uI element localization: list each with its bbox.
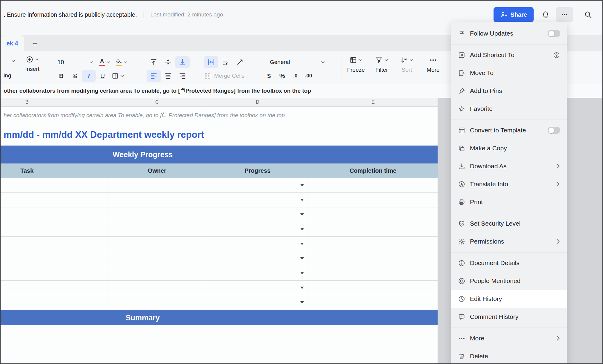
menu-item-edit-history[interactable]: Edit History [451, 290, 567, 308]
protection-note-cell[interactable]: her collaborators from modifying certain… [0, 107, 438, 124]
align-left-button[interactable] [147, 70, 161, 82]
dropdown-arrow-icon[interactable] [300, 287, 304, 289]
filter-button[interactable]: Filter [369, 56, 394, 73]
align-center-button[interactable] [161, 70, 175, 82]
align-top-button[interactable] [147, 56, 161, 68]
sheet-cell[interactable] [0, 178, 107, 192]
sheet-cell[interactable] [308, 237, 438, 251]
sheet-cell[interactable] [107, 178, 207, 192]
percent-format-button[interactable]: % [275, 70, 289, 82]
column-header-e[interactable]: E [308, 98, 438, 106]
sheet-cell[interactable] [207, 295, 308, 310]
sheet-cell[interactable] [0, 222, 107, 236]
italic-button[interactable]: I [82, 70, 96, 82]
menu-item-favorite[interactable]: Favorite [451, 100, 567, 118]
dropdown-arrow-icon[interactable] [300, 272, 304, 274]
menu-item-delete[interactable]: Delete [451, 347, 567, 364]
summary-banner[interactable]: Summary [0, 310, 438, 325]
sheet-cell[interactable] [207, 251, 308, 266]
menu-item-print[interactable]: Print [451, 193, 567, 211]
sheet-cell[interactable] [107, 281, 207, 295]
text-wrap-button[interactable] [218, 56, 233, 68]
strikethrough-button[interactable]: S [68, 70, 82, 82]
dropdown-arrow-icon[interactable] [300, 184, 304, 186]
sheet-cell[interactable] [107, 193, 207, 207]
align-middle-button[interactable] [161, 56, 175, 68]
sheet-cell[interactable] [308, 281, 438, 295]
toggle-switch[interactable] [548, 30, 560, 37]
dropdown-arrow-icon[interactable] [300, 301, 304, 304]
dropdown-arrow-icon[interactable] [300, 213, 304, 216]
menu-item-convert-to-template[interactable]: Convert to Template [451, 121, 567, 139]
sheet-cell[interactable] [0, 281, 107, 295]
sheet-cell[interactable] [207, 193, 308, 207]
menu-item-set-security-level[interactable]: Set Security Level [451, 215, 567, 233]
sheet-cell[interactable] [107, 266, 207, 280]
menu-item-add-shortcut-to[interactable]: Add Shortcut To [451, 46, 567, 64]
header-cell[interactable]: Progress [207, 163, 308, 178]
sheet-cell[interactable] [0, 237, 107, 251]
align-bottom-button[interactable] [175, 56, 190, 68]
toggle-switch[interactable] [548, 127, 560, 134]
sheet-cell[interactable] [308, 295, 438, 310]
sheet-cell[interactable] [207, 222, 308, 236]
sheet-cell[interactable] [207, 178, 308, 192]
report-title-cell[interactable]: mm/dd - mm/dd XX Department weekly repor… [0, 124, 438, 146]
search-icon[interactable] [584, 10, 592, 19]
header-cell[interactable]: Task [0, 163, 107, 178]
sheet-cell[interactable] [107, 222, 207, 236]
sheet-cell[interactable] [107, 251, 207, 266]
sheet-cell[interactable] [0, 193, 107, 207]
menu-item-permissions[interactable]: Permissions [451, 233, 567, 250]
decrease-decimal-button[interactable]: .0 [289, 70, 302, 82]
text-rotate-button[interactable] [233, 56, 247, 68]
sheet-cell[interactable] [308, 207, 438, 222]
text-color-button[interactable]: A [96, 56, 113, 68]
sheet-cell[interactable] [0, 207, 107, 222]
sheet-cell[interactable] [308, 178, 438, 192]
sheet-cell[interactable] [308, 193, 438, 207]
currency-format-button[interactable]: $ [262, 70, 275, 82]
sheet-cell[interactable] [0, 266, 107, 280]
menu-item-document-details[interactable]: Document Details [451, 254, 567, 272]
bold-button[interactable]: B [54, 70, 68, 82]
menu-item-people-mentioned[interactable]: People Mentioned [451, 272, 567, 290]
number-format-select[interactable]: General [268, 56, 327, 68]
sheet-cell[interactable] [107, 295, 207, 310]
header-cell[interactable]: Completion time [308, 163, 438, 178]
weekly-progress-banner[interactable]: Weekly Progress [0, 146, 438, 163]
sheet-cell[interactable] [107, 207, 207, 222]
menu-item-add-to-pins[interactable]: Add to Pins [451, 82, 567, 100]
sheet-cell[interactable] [207, 207, 308, 222]
freeze-button[interactable]: Freeze [344, 56, 368, 73]
menu-item-translate-into[interactable]: Translate Into [451, 175, 567, 193]
sheet-cell[interactable] [207, 237, 308, 251]
menu-item-more[interactable]: More [451, 329, 567, 347]
header-cell[interactable]: Owner [107, 163, 207, 178]
insert-button[interactable]: Insert [18, 56, 47, 72]
menu-item-comment-history[interactable]: Comment History [451, 308, 567, 326]
sheet-cell[interactable] [308, 222, 438, 236]
sheet-cell[interactable] [0, 295, 107, 310]
dropdown-arrow-icon[interactable] [300, 228, 304, 230]
dropdown-arrow-icon[interactable] [300, 257, 304, 260]
borders-button[interactable] [109, 70, 126, 82]
column-header-d[interactable]: D [207, 98, 308, 106]
font-size-select[interactable]: 10 [54, 56, 96, 68]
align-right-button[interactable] [175, 70, 190, 82]
toolbar-more-button[interactable]: More [421, 56, 445, 73]
fill-color-button[interactable] [113, 56, 130, 68]
column-header-b[interactable]: B [0, 98, 107, 106]
dropdown-arrow-icon[interactable] [300, 199, 304, 201]
more-options-button[interactable] [556, 7, 573, 22]
notifications-bell-icon[interactable] [541, 10, 550, 19]
sheet-cell[interactable] [207, 281, 308, 295]
menu-item-follow-updates[interactable]: Follow Updates [451, 25, 567, 42]
add-sheet-icon[interactable] [32, 40, 38, 47]
menu-item-download-as[interactable]: Download As [451, 157, 567, 175]
sheet-cell[interactable] [308, 266, 438, 280]
increase-decimal-button[interactable]: .00 [302, 70, 315, 82]
column-header-c[interactable]: C [107, 98, 207, 106]
active-sheet-tab[interactable]: ek 4 [1, 35, 24, 51]
sheet-cell[interactable] [0, 251, 107, 266]
